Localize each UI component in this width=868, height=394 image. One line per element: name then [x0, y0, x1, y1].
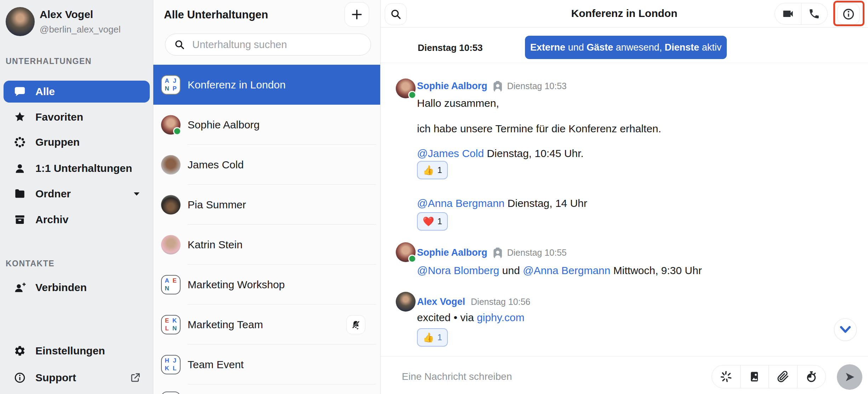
sidebar-item-label: Gruppen: [35, 136, 80, 148]
avatar: [161, 235, 181, 254]
list-item-pia-summer[interactable]: Pia Summer: [153, 185, 381, 225]
conversation-info-button[interactable]: [837, 3, 860, 25]
sidebar-item-label: Verbinden: [35, 282, 87, 294]
sidebar-item-ordner[interactable]: Ordner: [4, 183, 150, 205]
reaction-chip-heart[interactable]: ❤️1: [417, 212, 448, 231]
sidebar-item-label: Alle: [35, 86, 55, 98]
list-item-konferenz-in-london[interactable]: AJNP Konferenz in London: [153, 65, 381, 105]
conversation-list-panel: Alle Unterhaltungen Unterhaltung suchen …: [153, 0, 381, 394]
star-icon: [13, 111, 26, 123]
info-circle-icon: [13, 371, 26, 384]
image-button[interactable]: [740, 365, 769, 388]
call-buttons: [775, 3, 828, 25]
group-avatar: EKLN: [161, 315, 181, 334]
timer-button[interactable]: [797, 365, 826, 388]
muted-bell-button[interactable]: [346, 315, 365, 334]
message-header: Sophie Aalborg Dienstag 10:55: [417, 247, 567, 258]
message-text: excited • via giphy.com: [417, 312, 524, 324]
thumbsup-emoji: 👍: [423, 332, 434, 343]
video-camera-icon: [782, 7, 794, 20]
sidebar-item-archiv[interactable]: Archiv: [4, 209, 150, 231]
online-status-dot: [408, 91, 416, 99]
message-text: @Nora Blomberg und @Anna Bergmann Mittwo…: [417, 265, 702, 277]
send-button[interactable]: [837, 364, 862, 390]
message-text: @Anna Bergmann Dienstag, 14 Uhr: [417, 197, 587, 209]
phone-icon: [808, 8, 820, 20]
message-text: @James Cold Dienstag, 10:45 Uhr.: [417, 147, 584, 160]
sidebar-item-alle[interactable]: Alle: [4, 81, 150, 103]
chat-header: Konferenz in London: [381, 0, 868, 28]
video-call-button[interactable]: [775, 3, 801, 24]
chat-bubble-icon: [13, 85, 26, 98]
mention-anna-bergmann[interactable]: @Anna Bergmann: [417, 197, 504, 209]
conversations-section-label: UNTERHALTUNGEN: [6, 57, 92, 66]
search-input[interactable]: Unterhaltung suchen: [165, 34, 371, 56]
person-add-icon: [13, 281, 26, 294]
sender-name[interactable]: Alex Vogel: [417, 296, 465, 307]
group-dots-icon: [13, 136, 26, 149]
avatar[interactable]: [396, 292, 416, 312]
avatar[interactable]: [396, 242, 416, 262]
paperclip-icon: [777, 371, 789, 383]
composer-toolbar: [712, 365, 826, 388]
mention-nora-blomberg[interactable]: @Nora Blomberg: [417, 265, 499, 276]
list-item-team-event[interactable]: HJKL Team Event: [153, 344, 381, 384]
list-item-james-cold[interactable]: James Cold: [153, 145, 381, 185]
avatar[interactable]: [6, 7, 35, 36]
avatar: [161, 155, 181, 174]
guest-badge-icon: [493, 248, 502, 258]
timer-icon: [805, 371, 817, 383]
sidebar-item-gruppen[interactable]: Gruppen: [4, 131, 150, 153]
list-item-katrin-stein[interactable]: Katrin Stein: [153, 225, 381, 265]
person-icon: [13, 162, 26, 175]
audio-call-button[interactable]: [801, 3, 828, 24]
divider: [381, 356, 868, 357]
thumbsup-emoji: 👍: [423, 165, 434, 176]
attachment-button[interactable]: [769, 365, 797, 388]
chevron-down-icon: [839, 326, 851, 334]
sidebar-item-support[interactable]: Support: [4, 367, 150, 389]
chat-panel: Konferenz in London Dienstag 10:53 Exter…: [381, 0, 868, 394]
list-item-marketing-workshop[interactable]: AEN Marketing Workshop: [153, 265, 381, 305]
sidebar-item-label: Archiv: [35, 214, 68, 226]
ping-button[interactable]: [712, 365, 740, 388]
new-conversation-button[interactable]: [344, 2, 369, 27]
message-input[interactable]: Eine Nachricht schreiben: [402, 371, 512, 382]
date-separator: Dienstag 10:53: [418, 42, 483, 53]
folder-icon: [13, 187, 26, 200]
message-header: Alex Vogel Dienstag 10:56: [417, 296, 530, 307]
sidebar-item-einstellungen[interactable]: Einstellungen: [4, 340, 150, 362]
group-avatar: AJNP: [161, 75, 181, 94]
message-time: Dienstag 10:53: [507, 81, 567, 91]
list-item-marketing-team[interactable]: EKLN Marketing Team: [153, 305, 381, 344]
mention-anna-bergmann[interactable]: @Anna Bergmann: [523, 265, 610, 276]
list-item-partial[interactable]: [153, 384, 381, 394]
plus-icon: [350, 8, 363, 21]
avatar: [161, 195, 181, 214]
sidebar-item-1-1-unterhaltungen[interactable]: 1:1 Unterhaltungen: [4, 157, 150, 179]
scroll-to-bottom-button[interactable]: [834, 318, 857, 341]
sidebar: Alex Vogel @berlin_alex_vogel UNTERHALTU…: [0, 0, 153, 394]
reaction-chip-thumbsup[interactable]: 👍1: [417, 328, 448, 347]
mention-james-cold[interactable]: @James Cold: [417, 147, 484, 159]
reaction-chip-thumbsup[interactable]: 👍1: [417, 161, 448, 179]
message-text: ich habe unsere Termine für die Konferen…: [417, 123, 661, 135]
sidebar-item-favoriten[interactable]: Favoriten: [4, 106, 150, 128]
avatar[interactable]: [396, 79, 416, 98]
sender-name[interactable]: Sophie Aalborg: [417, 247, 487, 258]
ping-icon: [720, 370, 732, 383]
sidebar-item-label: Ordner: [35, 188, 71, 200]
guests-services-banner[interactable]: Externe und Gäste anwesend, Dienste akti…: [525, 36, 727, 59]
sidebar-item-verbinden[interactable]: Verbinden: [4, 277, 150, 299]
app-window: Alex Vogel @berlin_alex_vogel UNTERHALTU…: [0, 0, 868, 394]
bell-muted-icon: [350, 319, 361, 330]
sidebar-item-label: Favoriten: [35, 111, 83, 123]
chevron-down-icon[interactable]: [133, 191, 141, 196]
search-icon: [174, 39, 185, 50]
list-item-sophie-aalborg[interactable]: Sophie Aalborg: [153, 105, 381, 145]
message-time: Dienstag 10:56: [471, 297, 530, 307]
gear-icon: [13, 344, 26, 357]
group-avatar: HJKL: [161, 355, 181, 374]
sender-name[interactable]: Sophie Aalborg: [417, 81, 487, 92]
giphy-link[interactable]: giphy.com: [477, 312, 525, 323]
